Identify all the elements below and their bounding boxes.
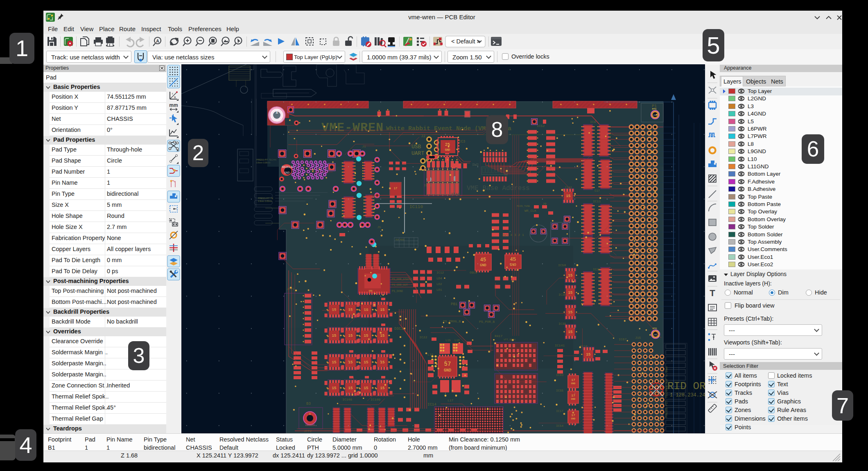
svg-text:VME-WREN: VME-WREN [321,121,384,135]
svg-text:15: 15 [348,334,353,338]
svg-text:L17: L17 [448,399,454,402]
svg-text:IC67: IC67 [619,337,626,341]
svg-text:LD4: LD4 [436,277,442,280]
svg-text:r: r [172,92,173,95]
svg-text:P1: P1 [652,104,657,109]
svg-text:IC17: IC17 [556,410,563,413]
svg-text:J15: J15 [635,336,641,340]
svg-text:RID ORG: RID ORG [667,380,705,392]
svg-text:IC3: IC3 [459,140,465,144]
svg-text:θ: θ [174,95,176,99]
svg-text:B3: B3 [306,402,311,406]
svg-text:17: 17 [394,187,397,190]
svg-text:VTT_DDR4: VTT_DDR4 [504,338,515,341]
svg-text:15: 15 [364,386,368,390]
svg-text:OSC3: OSC3 [470,271,477,274]
svg-text:XXX: XXX [368,290,372,292]
svg-text:ON: ON [504,174,508,177]
svg-text:15: 15 [364,360,368,365]
svg-text:IC52: IC52 [537,124,545,128]
svg-text:GND: GND [571,398,576,401]
svg-text:IC03: IC03 [556,374,564,377]
svg-text:PS_ERR_OUT: PS_ERR_OUT [392,284,408,287]
svg-text:< Default >: < Default > [451,38,480,45]
svg-text:IC50: IC50 [558,263,566,267]
svg-text:0.6mm 0.05mm: 0.6mm 0.05mm [258,200,272,202]
svg-text:15: 15 [568,330,573,334]
svg-text:L16: L16 [454,339,460,342]
svg-text:IC22: IC22 [419,335,427,339]
svg-text:R417: R417 [495,334,502,338]
svg-text:45: 45 [510,257,516,263]
svg-text:T: T [710,288,715,298]
svg-text:PRESS-FIT TECHNOLOGY 0.6mm: PRESS-FIT TECHNOLOGY 0.6mm [665,367,668,418]
svg-text:IC141: IC141 [555,344,565,347]
svg-text:IC39: IC39 [558,322,566,326]
svg-text:1: 1 [309,412,311,416]
svg-text:15: 15 [364,334,368,338]
svg-text:PB1: PB1 [451,302,457,306]
svg-text:SW1 4 3 2 1: SW1 4 3 2 1 [502,233,524,237]
svg-text:PS_ERR_STATUS: PS_ERR_STATUS [392,278,413,281]
svg-text:15: 15 [332,386,337,390]
svg-text:IC36: IC36 [558,293,566,297]
svg-text:57: 57 [444,361,451,367]
svg-text:GND: GND [445,148,450,152]
svg-text:PS_DONE: PS_DONE [392,290,403,293]
svg-text:15: 15 [380,308,385,312]
svg-text:GND: GND [653,334,657,336]
svg-text:GND: GND [480,263,486,267]
svg-text:A: A [156,38,159,43]
svg-text:15: 15 [568,274,573,278]
svg-text:15: 15 [568,310,573,315]
svg-text:15: 15 [348,386,353,390]
svg-text:VME Base Address: VME Base Address [467,185,530,192]
svg-text:mm: mm [169,102,178,108]
svg-text:15: 15 [380,334,385,338]
svg-text:L18: L18 [427,353,434,356]
svg-text:15: 15 [566,194,571,198]
svg-text:45: 45 [480,257,486,263]
svg-text:L15: L15 [445,339,451,342]
svg-text:IC109: IC109 [371,398,380,401]
svg-text:CHASSIS: CHASSIS [305,424,315,427]
svg-text:PRESS-FIT TE: PRESS-FIT TE [258,197,273,199]
svg-text:15: 15 [332,334,337,338]
svg-text:17: 17 [571,413,575,417]
svg-text:IC108: IC108 [342,398,352,401]
svg-text:J1: J1 [362,145,366,148]
svg-text:C17: C17 [594,189,600,192]
svg-text:15: 15 [348,360,353,365]
svg-text:GND: GND [571,417,576,420]
svg-text:PS_POR_B: PS_POR_B [479,320,495,324]
svg-text:15: 15 [586,353,591,357]
svg-text:J9: J9 [542,202,547,206]
svg-text:DSC1: DSC1 [394,327,403,331]
svg-text:1 128.234.24 (: 1 128.234.24 ( [670,392,705,398]
svg-text:LD2: LD2 [436,283,442,286]
svg-text:GND: GND [284,171,290,174]
svg-text:17: 17 [571,394,575,397]
svg-text:IC54: IC54 [556,424,564,428]
svg-text:15: 15 [348,308,353,312]
svg-text:JTAG: JTAG [450,192,460,197]
svg-text:IC55: IC55 [556,389,564,392]
svg-text:J2: J2 [421,134,425,138]
svg-text:IC11: IC11 [593,199,601,203]
svg-text:IC12: IC12 [436,271,444,274]
svg-text:GND: GND [510,263,516,267]
svg-text:J5: J5 [377,225,381,229]
svg-text:15: 15 [568,291,573,295]
svg-text:15: 15 [364,308,368,312]
svg-text:UART: UART [411,150,424,156]
svg-text:LD1: LD1 [436,288,442,292]
svg-text:15: 15 [332,308,337,312]
svg-text:USB: USB [411,144,421,150]
svg-text:1: 1 [276,109,278,114]
svg-text:IC9: IC9 [590,120,596,124]
svg-text:IC110: IC110 [409,204,423,209]
svg-text:RUN MODE: RUN MODE [396,239,405,241]
svg-text:15: 15 [380,386,385,390]
svg-text:IC28: IC28 [593,267,601,271]
svg-text:WR_CLK: WR_CLK [524,209,536,213]
